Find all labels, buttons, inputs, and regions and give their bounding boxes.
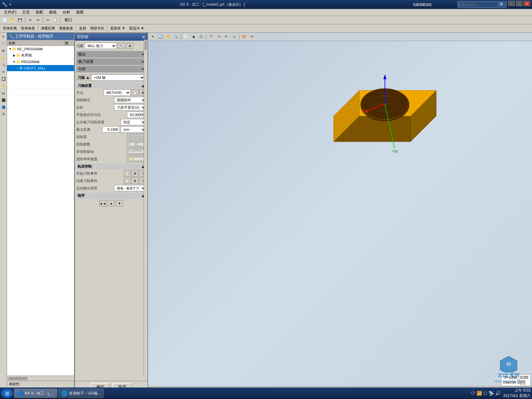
tree-item-program[interactable]: ▼ 📁 PROGRAM: [7, 59, 74, 65]
tb-measure-angle[interactable]: 测量角度: [57, 25, 75, 32]
side-icon-5[interactable]: ✏: [0, 69, 7, 75]
tb-redo[interactable]: ↪: [34, 17, 41, 24]
feed-rate-btn[interactable]: ⚡: [127, 156, 146, 162]
start-event-btn2[interactable]: ⚙: [131, 170, 138, 177]
plane-dia-input[interactable]: [127, 112, 146, 118]
end-event-btn2[interactable]: ⚙: [131, 178, 138, 184]
vp-render[interactable]: 🎨: [241, 34, 248, 40]
dialog-close-button[interactable]: ✕: [142, 35, 145, 40]
step-select[interactable]: 刀具平直百分比: [114, 104, 146, 111]
axis-select[interactable]: +ZM 轴: [91, 74, 145, 81]
start-event-btn1[interactable]: 📋: [124, 170, 131, 177]
cut-mode-select[interactable]: 跟随部件: [114, 97, 146, 103]
menu-curve[interactable]: 曲线: [46, 9, 59, 16]
tool-type-select[interactable]: MILL 铣刀: [85, 43, 117, 49]
axis-expand[interactable]: ▲: [86, 75, 90, 80]
menu-view[interactable]: 视图: [73, 9, 86, 16]
side-icon-9[interactable]: ⬛: [0, 97, 7, 103]
cut-depth-select[interactable]: 恒定: [121, 119, 146, 125]
vp-clip[interactable]: ✂: [248, 34, 255, 40]
tb-reflect[interactable]: 反射: [78, 25, 88, 32]
tb-new[interactable]: 📄: [1, 17, 8, 24]
end-event-btn1[interactable]: 📋: [124, 178, 131, 184]
prog-nav-up-up[interactable]: ▲▲: [99, 200, 106, 206]
tb-cut[interactable]: ✂: [44, 17, 51, 24]
maximize-button[interactable]: □: [516, 1, 522, 6]
dialog-scrollbar[interactable]: [144, 40, 147, 377]
side-icon-2[interactable]: ⚙: [0, 47, 7, 54]
menu-file[interactable]: 文件(F): [1, 9, 19, 16]
method-select[interactable]: METHOD: [104, 89, 131, 96]
side-icon-7[interactable]: 📏: [0, 83, 7, 89]
volume-icon[interactable]: 🔊: [495, 391, 501, 396]
menu-home[interactable]: 主页: [20, 9, 32, 16]
output-section-header[interactable]: 输出 ▼: [76, 51, 146, 58]
expand-icon-3[interactable]: ▼: [12, 60, 16, 64]
menu-analysis[interactable]: 分析: [60, 9, 73, 16]
tb-open[interactable]: 📂: [9, 17, 16, 24]
tool-icon-btn2[interactable]: ⚙: [126, 43, 133, 49]
side-icon-6[interactable]: 🔲: [0, 76, 7, 82]
vp-wire[interactable]: ⬡: [198, 34, 205, 40]
nav-scrollbar[interactable]: [7, 376, 74, 381]
shield-icon[interactable]: 🛡: [471, 391, 475, 396]
nav-dependency[interactable]: 相依性: [7, 381, 74, 387]
vp-pan[interactable]: ✋: [165, 34, 172, 40]
minimize-button[interactable]: ─: [508, 1, 515, 6]
tool-icon-btn1[interactable]: 🔧: [118, 43, 125, 49]
tree-item-nc-program[interactable]: ▼ 📁 NC_PROGRAM: [7, 46, 74, 52]
tb-face-shape[interactable]: 面形状 ▼: [109, 25, 127, 32]
method-icon-btn1[interactable]: 📋: [131, 89, 138, 96]
side-icon-8[interactable]: 🗂: [0, 90, 7, 96]
vp-front[interactable]: ⊣: [215, 34, 222, 40]
side-icon-1[interactable]: 🔧: [0, 40, 7, 47]
max-dist-input[interactable]: [102, 126, 120, 133]
scroll-thumb[interactable]: [8, 377, 28, 380]
prog-nav-down[interactable]: ▼: [116, 200, 123, 206]
vp-zoom[interactable]: 🔍: [172, 34, 179, 40]
cut-layers-btn[interactable]: [127, 134, 146, 140]
tree-item-unused[interactable]: ▶ 📁 未用项: [7, 52, 74, 59]
vp-fit[interactable]: ⬜: [182, 34, 189, 40]
non-cut-btn[interactable]: [127, 148, 146, 155]
close-button[interactable]: ✕: [524, 1, 530, 6]
tb-save[interactable]: 💾: [17, 17, 24, 24]
analysis-section-header[interactable]: 分析 ▼: [76, 66, 146, 72]
side-icon-3[interactable]: 📐: [0, 54, 7, 61]
tb-undo[interactable]: ↩: [27, 17, 34, 24]
vp-top[interactable]: ⊤: [208, 34, 215, 40]
toolaxis-settings-header[interactable]: 刀轴设置 ▲: [76, 83, 146, 89]
vp-iso[interactable]: ◇: [231, 34, 238, 40]
side-icon-menu[interactable]: ≡: [0, 33, 7, 40]
max-dist-unit[interactable]: mm: [121, 126, 146, 133]
vp-select[interactable]: ↖: [149, 34, 156, 40]
tb-local-radius[interactable]: 局部半径: [88, 25, 106, 32]
search-input[interactable]: [460, 2, 498, 7]
tree-item-cavity-mill[interactable]: ✓ ⚙ CAVITY_MILL: [7, 65, 74, 71]
taskbar-item-nx[interactable]: 🔵 NX 9 - 加工 - [_...: [14, 389, 57, 398]
start-button[interactable]: ⊞: [1, 389, 13, 398]
tb-simple-angle[interactable]: 简单角度: [19, 25, 37, 32]
tb-copy[interactable]: 📋: [52, 17, 59, 24]
dialog-scroll-thumb[interactable]: [145, 40, 147, 50]
cut-params-btn[interactable]: [127, 141, 146, 147]
menu-window[interactable]: 窗口: [62, 17, 75, 23]
vp-rotate[interactable]: 🔄: [157, 34, 164, 40]
vp-shade[interactable]: ◈: [190, 34, 197, 40]
signal-icon[interactable]: 📡: [488, 391, 494, 396]
expand-icon[interactable]: ▼: [8, 47, 12, 51]
menu-assembly[interactable]: 装配: [33, 9, 46, 16]
side-icon-11[interactable]: ⏱: [0, 111, 7, 117]
tb-simple-dist[interactable]: 简单距离: [1, 25, 19, 32]
side-icon-10[interactable]: 🔵: [0, 104, 7, 110]
tb-face-quick[interactable]: 面迅冲 ▼: [128, 25, 146, 32]
prog-nav-up[interactable]: ▲: [108, 200, 115, 206]
side-icon-4[interactable]: 🔨: [0, 62, 7, 68]
program-section-header[interactable]: 程序 ▲: [76, 193, 146, 199]
bluetooth-icon[interactable]: ⬡: [483, 391, 487, 396]
motion-type-select[interactable]: 圆弧 - 垂直于刀▼: [114, 185, 146, 191]
expand-icon-2[interactable]: ▶: [12, 54, 16, 57]
taskbar-item-browser[interactable]: 🌐 发表帖子 - UG编...: [58, 389, 104, 398]
vp-right[interactable]: ⊢: [223, 34, 230, 40]
tool-change-section-header[interactable]: 换刀设置 ▼: [76, 58, 146, 65]
